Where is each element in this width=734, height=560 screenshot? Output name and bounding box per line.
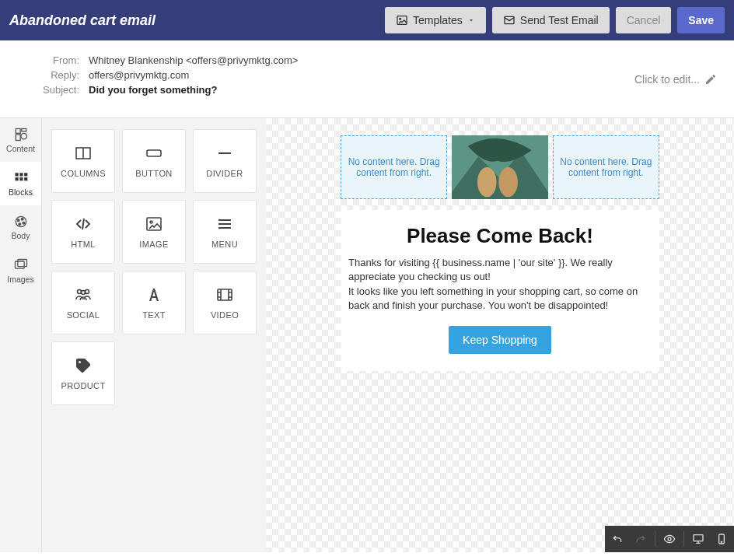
page-title: Abandoned cart email xyxy=(9,12,379,29)
svg-rect-32 xyxy=(694,535,703,541)
templates-label: Templates xyxy=(413,14,463,26)
svg-point-14 xyxy=(17,219,19,222)
click-to-edit-button[interactable]: Click to edit... xyxy=(634,73,717,86)
images-icon xyxy=(13,257,29,273)
chevron-down-icon xyxy=(467,16,475,24)
block-product[interactable]: PRODUCT xyxy=(51,341,115,405)
sidebar-tab-body[interactable]: Body xyxy=(0,205,41,249)
body-icon xyxy=(13,214,29,229)
svg-point-31 xyxy=(668,537,671,541)
svg-rect-3 xyxy=(16,129,20,134)
svg-point-29 xyxy=(477,167,497,197)
columns-icon xyxy=(72,144,94,163)
undo-button[interactable] xyxy=(606,528,628,550)
video-icon xyxy=(214,285,236,304)
svg-point-24 xyxy=(78,290,82,294)
email-paragraph[interactable]: Thanks for visiting {{ business.name | '… xyxy=(348,256,652,283)
block-label: VIDEO xyxy=(211,310,239,320)
svg-rect-9 xyxy=(24,173,27,176)
eye-icon xyxy=(663,533,676,545)
menu-icon xyxy=(214,215,236,233)
svg-point-17 xyxy=(19,223,21,226)
undo-icon xyxy=(611,533,624,545)
save-button[interactable]: Save xyxy=(677,7,725,33)
social-icon xyxy=(72,285,94,304)
svg-point-5 xyxy=(21,133,27,139)
text-icon xyxy=(143,285,165,304)
svg-rect-6 xyxy=(16,135,20,141)
svg-rect-8 xyxy=(19,173,23,176)
block-social[interactable]: SOCIAL xyxy=(51,271,115,334)
keep-shopping-button[interactable]: Keep Shopping xyxy=(449,326,551,354)
reply-label: Reply: xyxy=(17,69,89,81)
svg-rect-12 xyxy=(24,177,27,180)
block-label: SOCIAL xyxy=(67,310,100,320)
send-test-button[interactable]: Send Test Email xyxy=(492,7,610,33)
svg-point-30 xyxy=(499,167,519,197)
svg-point-16 xyxy=(23,222,25,224)
cancel-button[interactable]: Cancel xyxy=(616,7,672,33)
svg-rect-4 xyxy=(21,129,26,131)
preview-button[interactable] xyxy=(659,528,680,550)
html-icon xyxy=(72,215,94,233)
image-icon xyxy=(143,215,165,233)
placeholder-photo-icon xyxy=(452,135,547,199)
block-video[interactable]: VIDEO xyxy=(193,271,257,334)
mobile-view-button[interactable] xyxy=(711,528,732,550)
block-label: DIVIDER xyxy=(206,169,243,178)
svg-rect-19 xyxy=(17,260,26,267)
block-label: HTML xyxy=(71,240,96,249)
svg-point-15 xyxy=(21,218,23,220)
block-html[interactable]: HTML xyxy=(51,200,115,264)
desktop-view-button[interactable] xyxy=(687,528,709,550)
svg-rect-7 xyxy=(15,173,18,176)
block-text[interactable]: TEXT xyxy=(122,271,186,334)
svg-point-25 xyxy=(86,290,89,294)
block-menu[interactable]: MENU xyxy=(193,200,257,264)
reply-value[interactable]: offers@privymktg.com xyxy=(89,69,189,81)
from-value[interactable]: Whitney Blankenship <offers@privymktg.co… xyxy=(89,54,298,66)
svg-rect-27 xyxy=(218,289,232,300)
button-icon xyxy=(143,144,165,163)
block-label: PRODUCT xyxy=(61,381,105,390)
sidebar-tab-images[interactable]: Images xyxy=(0,249,41,292)
svg-point-34 xyxy=(721,541,722,542)
svg-rect-18 xyxy=(15,261,24,268)
subject-label: Subject: xyxy=(17,84,89,96)
send-test-label: Send Test Email xyxy=(520,14,599,26)
redo-icon xyxy=(634,533,647,545)
block-label: MENU xyxy=(211,240,238,249)
block-columns[interactable]: COLUMNS xyxy=(51,129,115,193)
svg-point-26 xyxy=(82,291,86,295)
mobile-icon xyxy=(715,533,728,545)
svg-rect-11 xyxy=(19,177,23,180)
sidebar-tab-label: Body xyxy=(12,231,30,240)
mail-icon xyxy=(503,14,516,26)
pencil-icon xyxy=(704,73,717,86)
click-to-edit-label: Click to edit... xyxy=(634,73,700,86)
sidebar-tab-label: Images xyxy=(7,275,33,284)
block-label: TEXT xyxy=(142,310,166,320)
templates-button[interactable]: Templates xyxy=(385,7,486,33)
svg-rect-21 xyxy=(147,150,161,156)
from-label: From: xyxy=(17,54,89,66)
redo-button[interactable] xyxy=(630,528,652,550)
image-slot[interactable] xyxy=(452,135,547,199)
sidebar-tab-content[interactable]: Content xyxy=(0,118,41,162)
svg-point-13 xyxy=(16,216,26,226)
block-image[interactable]: IMAGE xyxy=(122,200,186,264)
email-canvas[interactable]: No content here. Drag content from right… xyxy=(266,118,734,552)
empty-column-slot[interactable]: No content here. Drag content from right… xyxy=(341,135,447,199)
empty-column-slot[interactable]: No content here. Drag content from right… xyxy=(553,135,659,199)
divider-icon xyxy=(214,144,236,163)
email-paragraph[interactable]: It looks like you left something in your… xyxy=(348,285,652,312)
subject-value[interactable]: Did you forget something? xyxy=(89,84,217,96)
email-heading[interactable]: Please Come Back! xyxy=(348,224,652,248)
sidebar-tab-label: Content xyxy=(6,144,35,153)
desktop-icon xyxy=(692,533,704,545)
block-divider[interactable]: DIVIDER xyxy=(193,129,257,193)
sidebar-tab-blocks[interactable]: Blocks xyxy=(0,162,41,205)
svg-point-1 xyxy=(400,18,401,19)
block-button[interactable]: BUTTON xyxy=(122,129,186,193)
image-icon xyxy=(396,14,408,26)
